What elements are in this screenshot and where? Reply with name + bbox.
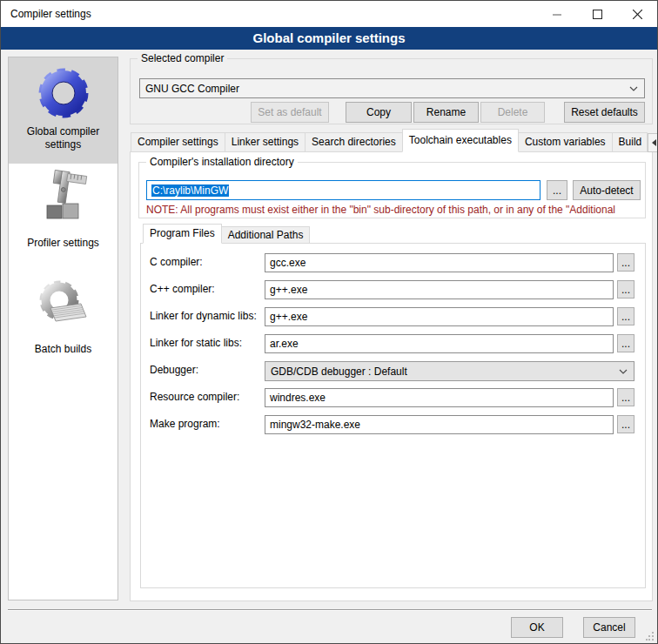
- minimize-icon: [553, 10, 562, 19]
- settings-sidebar: Global compiler settings: [8, 57, 118, 600]
- minimize-button[interactable]: [537, 1, 577, 27]
- c-compiler-label: C compiler:: [150, 256, 203, 268]
- debugger-select[interactable]: GDB/CDB debugger : Default: [265, 361, 634, 381]
- cpp-compiler-browse-button[interactable]: ...: [617, 280, 634, 299]
- compiler-select-value: GNU GCC Compiler: [145, 83, 239, 95]
- sidebar-item-label: Batch builds: [17, 343, 111, 356]
- installation-directory-input[interactable]: C:\raylib\MinGW: [146, 180, 540, 200]
- selected-compiler-group: Selected compiler GNU GCC Compiler Set a…: [130, 58, 653, 124]
- bin-subdirectory-note: NOTE: All programs must exist either in …: [146, 204, 644, 216]
- linker-static-value: ar.exe: [270, 338, 299, 350]
- copy-button[interactable]: Copy: [346, 102, 412, 123]
- debugger-value: GDB/CDB debugger : Default: [271, 366, 407, 378]
- close-button[interactable]: [617, 1, 657, 27]
- programs-tabstrip: Program Files Additional Paths: [143, 224, 309, 244]
- resource-compiler-value: windres.exe: [270, 392, 326, 404]
- tab-compiler-settings[interactable]: Compiler settings: [131, 132, 225, 152]
- toolchain-executables-page: Compiler's installation directory C:\ray…: [130, 151, 653, 601]
- batch-builds-icon: [36, 277, 91, 332]
- installation-directory-group-label: Compiler's installation directory: [146, 156, 298, 168]
- cpp-compiler-input[interactable]: g++.exe: [265, 280, 614, 299]
- c-compiler-input[interactable]: gcc.exe: [265, 253, 614, 272]
- tab-additional-paths[interactable]: Additional Paths: [221, 226, 311, 244]
- sidebar-item-profiler-settings[interactable]: Profiler settings: [9, 164, 118, 261]
- make-program-input[interactable]: mingw32-make.exe: [265, 415, 614, 434]
- tab-custom-variables[interactable]: Custom variables: [518, 132, 613, 152]
- cpp-compiler-label: C++ compiler:: [150, 283, 215, 295]
- caliper-icon: [36, 169, 91, 225]
- installation-directory-browse-button[interactable]: ...: [547, 180, 567, 200]
- blue-gear-icon: [36, 64, 91, 120]
- linker-static-label: Linker for static libs:: [150, 337, 242, 349]
- linker-dynamic-value: g++.exe: [270, 311, 307, 323]
- linker-dynamic-input[interactable]: g++.exe: [265, 307, 614, 326]
- program-files-page: C compiler: gcc.exe ... C++ compiler: g+…: [140, 243, 646, 588]
- rename-button[interactable]: Rename: [413, 102, 479, 123]
- tab-search-directories[interactable]: Search directories: [305, 132, 403, 152]
- resize-grip[interactable]: [646, 632, 655, 641]
- resource-compiler-input[interactable]: windres.exe: [265, 388, 614, 407]
- close-icon: [633, 10, 642, 19]
- compiler-settings-dialog: Compiler settings Global compiler settin…: [0, 0, 658, 644]
- maximize-button[interactable]: [577, 1, 617, 27]
- tab-program-files[interactable]: Program Files: [143, 224, 222, 244]
- debugger-label: Debugger:: [150, 364, 198, 376]
- cancel-button[interactable]: Cancel: [583, 617, 635, 638]
- tab-toolchain-executables[interactable]: Toolchain executables: [402, 129, 519, 152]
- make-program-value: mingw32-make.exe: [270, 419, 360, 431]
- make-program-browse-button[interactable]: ...: [617, 415, 634, 433]
- installation-directory-group: Compiler's installation directory C:\ray…: [138, 162, 646, 218]
- page-title: Global compiler settings: [1, 27, 657, 50]
- c-compiler-browse-button[interactable]: ...: [617, 253, 634, 272]
- chevron-down-icon: [619, 369, 628, 374]
- sidebar-item-global-compiler-settings[interactable]: Global compiler settings: [9, 57, 118, 164]
- titlebar[interactable]: Compiler settings: [1, 1, 657, 27]
- cpp-compiler-value: g++.exe: [270, 284, 307, 296]
- set-as-default-button[interactable]: Set as default: [251, 102, 329, 123]
- maximize-icon: [593, 10, 602, 19]
- ok-button[interactable]: OK: [511, 617, 563, 638]
- tab-build-options[interactable]: Build: [612, 132, 648, 152]
- footer-divider: [8, 609, 652, 611]
- linker-dynamic-browse-button[interactable]: ...: [617, 307, 634, 325]
- resource-compiler-browse-button[interactable]: ...: [617, 388, 634, 406]
- c-compiler-value: gcc.exe: [270, 257, 306, 269]
- compiler-select[interactable]: GNU GCC Compiler: [139, 78, 645, 98]
- make-program-label: Make program:: [150, 418, 220, 430]
- linker-static-browse-button[interactable]: ...: [617, 334, 634, 352]
- chevron-down-icon: [629, 86, 638, 91]
- selected-compiler-group-label: Selected compiler: [138, 52, 227, 64]
- window-title: Compiler settings: [10, 8, 91, 20]
- sidebar-item-label: Profiler settings: [17, 237, 111, 250]
- linker-static-input[interactable]: ar.exe: [265, 334, 614, 353]
- tab-scroll-left-button[interactable]: [648, 133, 658, 152]
- installation-directory-value: C:\raylib\MinGW: [151, 184, 229, 197]
- settings-tabstrip: Compiler settings Linker settings Search…: [131, 131, 658, 152]
- linker-dynamic-label: Linker for dynamic libs:: [150, 310, 257, 322]
- resource-compiler-label: Resource compiler:: [150, 391, 239, 403]
- auto-detect-button[interactable]: Auto-detect: [573, 180, 641, 200]
- delete-button[interactable]: Delete: [480, 102, 545, 123]
- reset-defaults-button[interactable]: Reset defaults: [564, 102, 645, 123]
- sidebar-item-batch-builds[interactable]: Batch builds: [9, 261, 118, 366]
- sidebar-item-label: Global compiler settings: [17, 125, 111, 151]
- tab-linker-settings[interactable]: Linker settings: [225, 132, 306, 152]
- arrow-left-icon: [652, 139, 656, 146]
